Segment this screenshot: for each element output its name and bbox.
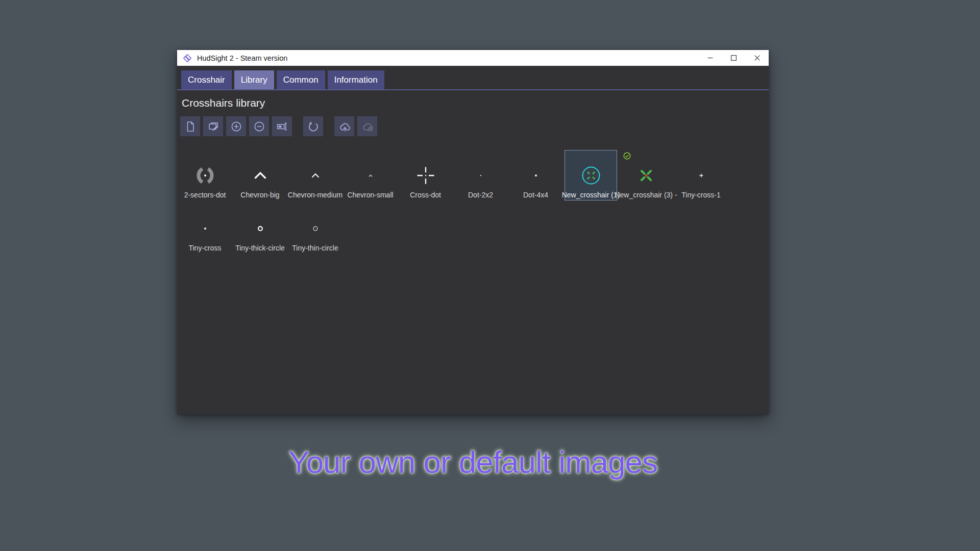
edit-crosshair-button[interactable] <box>203 116 223 136</box>
tab-common[interactable]: Common <box>277 70 325 89</box>
close-button[interactable] <box>745 50 769 66</box>
tab-crosshair[interactable]: Crosshair <box>181 70 232 89</box>
library-item-2-sectors-dot[interactable]: 2-sectors-dot <box>179 151 231 200</box>
close-icon <box>754 55 760 61</box>
library-item-tiny-cross-1[interactable]: Tiny-cross-1 <box>675 151 727 200</box>
library-item-label: Tiny-thin-circle <box>292 244 338 252</box>
rename-text-cursor-icon <box>277 121 288 132</box>
library-item-label: Chevron-medium <box>288 191 342 199</box>
hudsight-window: HudSight 2 - Steam version Crosshair Lib… <box>177 50 769 414</box>
library-item-cross-dot[interactable]: Cross-dot <box>400 151 451 200</box>
library-item-label: Chevron-small <box>347 191 393 199</box>
tab-bar: Crosshair Library Common Information <box>177 66 769 90</box>
refresh-library-button[interactable] <box>303 116 323 136</box>
library-item-tiny-cross[interactable]: Tiny-cross <box>179 204 231 253</box>
minimize-button[interactable] <box>698 50 722 66</box>
library-item-label: Chevron-big <box>240 191 279 199</box>
window-title: HudSight 2 - Steam version <box>197 54 287 62</box>
grid-row-1: 2-sectors-dot Chevron-big <box>179 151 727 200</box>
library-item-label: New_crosshair (3) - <box>615 191 677 199</box>
cloud-remove-icon <box>362 121 373 132</box>
library-item-dot-2x2[interactable]: Dot-2x2 <box>455 151 506 200</box>
remove-from-cloud-button[interactable] <box>357 116 377 136</box>
new-crosshair-button[interactable] <box>180 116 200 136</box>
library-item-chevron-medium[interactable]: Chevron-medium <box>289 151 341 200</box>
remove-circle-icon <box>254 121 265 132</box>
page-title: Crosshairs library <box>182 97 769 109</box>
crosshair-grid: 2-sectors-dot Chevron-big <box>179 151 727 257</box>
promo-caption: Your own or default images <box>177 444 769 480</box>
refresh-icon <box>308 121 319 132</box>
minimize-icon <box>707 55 713 61</box>
add-circle-icon <box>231 121 242 132</box>
library-item-new-crosshair-1[interactable]: New_crosshair (1) <box>565 151 617 200</box>
tab-information[interactable]: Information <box>328 70 384 89</box>
grid-row-2: Tiny-cross Tiny-thick-circle Tiny-thin-c… <box>179 204 727 253</box>
library-page: Crosshair Library Common Information Cro… <box>177 66 769 414</box>
tab-library[interactable]: Library <box>234 70 274 89</box>
edit-pencil-icon <box>208 121 219 132</box>
library-item-label: Tiny-cross-1 <box>681 191 721 199</box>
library-item-label: Tiny-thick-circle <box>235 244 285 252</box>
library-toolbar <box>180 116 769 136</box>
library-item-chevron-big[interactable]: Chevron-big <box>234 151 286 200</box>
library-item-label: 2-sectors-dot <box>184 191 226 199</box>
library-item-label: New_crosshair (1) <box>562 191 620 199</box>
remove-crosshair-button[interactable] <box>249 116 269 136</box>
maximize-icon <box>731 55 737 61</box>
library-item-label: Dot-2x2 <box>468 191 493 199</box>
upload-to-cloud-button[interactable] <box>334 116 354 136</box>
library-item-label: Dot-4x4 <box>523 191 548 199</box>
library-item-tiny-thin-circle[interactable]: Tiny-thin-circle <box>289 204 341 253</box>
library-item-new-crosshair-3[interactable]: New_crosshair (3) - <box>620 151 672 200</box>
library-item-label: Cross-dot <box>410 191 441 199</box>
window-controls <box>698 50 769 66</box>
hudsight-logo-icon <box>183 54 192 63</box>
rename-crosshair-button[interactable] <box>272 116 292 136</box>
add-crosshair-button[interactable] <box>226 116 246 136</box>
cloud-upload-icon <box>339 121 350 132</box>
library-item-dot-4x4[interactable]: Dot-4x4 <box>510 151 561 200</box>
maximize-button[interactable] <box>722 50 745 66</box>
new-file-icon <box>185 121 196 132</box>
library-item-label: Tiny-cross <box>188 244 221 252</box>
titlebar[interactable]: HudSight 2 - Steam version <box>177 50 769 66</box>
library-item-tiny-thick-circle[interactable]: Tiny-thick-circle <box>234 204 286 253</box>
library-item-chevron-small[interactable]: Chevron-small <box>345 151 396 200</box>
